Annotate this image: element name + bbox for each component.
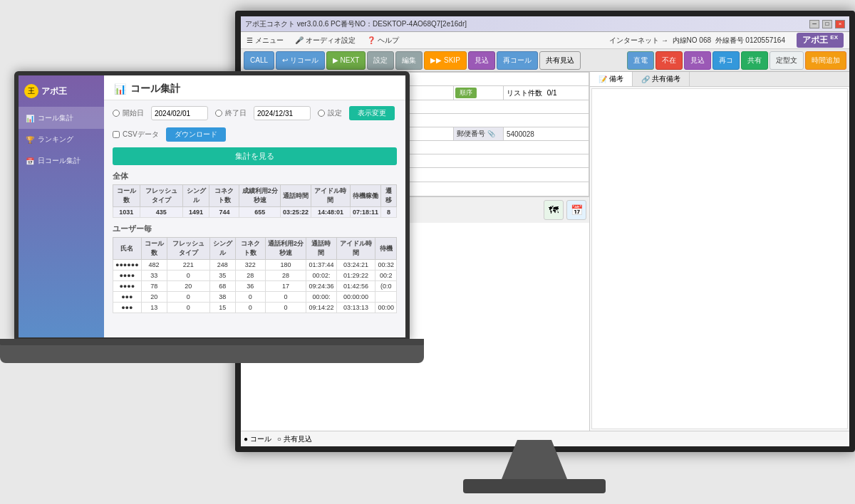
settings-radio[interactable] bbox=[318, 110, 325, 117]
total-fresh: 435 bbox=[140, 207, 182, 218]
end-date-input[interactable] bbox=[254, 106, 311, 120]
recalll-button[interactable]: 再コ bbox=[712, 51, 740, 70]
app-logo: アポ王 EX bbox=[797, 33, 844, 48]
user-stats-table: 氏名 コール数 フレッシュタイプ シングル コネクト数 通話利用2分秒速 通話時… bbox=[113, 237, 397, 313]
maximize-button[interactable]: □ bbox=[822, 20, 832, 28]
end-date-radio[interactable] bbox=[215, 110, 222, 117]
minimize-button[interactable]: ─ bbox=[809, 20, 819, 28]
tab-share-memo[interactable]: 🔗 共有備考 bbox=[633, 72, 690, 86]
menu-item-audio[interactable]: 🎤 オーディオ設定 bbox=[295, 36, 356, 46]
laptop-base bbox=[0, 345, 424, 363]
monitor-base bbox=[463, 479, 606, 493]
sidebar-item-ranking[interactable]: 🏆 ランキング bbox=[19, 129, 104, 150]
map-icons: 🗺 📅 bbox=[544, 200, 586, 220]
logo-text: アポ王 bbox=[41, 85, 67, 98]
col-user-calls: コール数 bbox=[141, 238, 167, 260]
mirul-button[interactable]: 見込 bbox=[684, 51, 711, 70]
col-user-fresh: フレッシュタイプ bbox=[167, 238, 209, 260]
aggregate-button[interactable]: 集計を見る bbox=[113, 147, 397, 165]
col-standby: 待機稼働 bbox=[350, 185, 380, 207]
col-call-time: 通話時間 bbox=[280, 185, 311, 207]
start-date-radio[interactable] bbox=[113, 110, 120, 117]
laptop-app: 王 アポ王 📊 コール集計 🏆 ランキング 📅 日コール集計 bbox=[19, 75, 405, 337]
google-maps-icon[interactable]: 🗺 bbox=[544, 200, 564, 220]
recall-icon-button[interactable]: ↩ リコール bbox=[276, 51, 325, 70]
absent-button[interactable]: 不在 bbox=[656, 51, 683, 70]
miru-button[interactable]: 見込 bbox=[468, 51, 495, 70]
sharel-button[interactable]: 共有 bbox=[741, 51, 768, 70]
logo-icon: 王 bbox=[24, 84, 38, 98]
share-memo-icon: 🔗 bbox=[641, 75, 650, 83]
template-button[interactable]: 定型文 bbox=[770, 51, 804, 70]
menu-bar: ☰ メニュー 🎤 オーディオ設定 ❓ ヘルプ インターネット → 内線NO 06… bbox=[241, 32, 849, 49]
skip-button[interactable]: ▶▶ SKIP bbox=[424, 51, 467, 70]
col-user-result2: 通話利用2分秒速 bbox=[265, 238, 306, 260]
section-all-title: 全体 bbox=[113, 171, 397, 182]
tab-memo[interactable]: 📝 備考 bbox=[590, 72, 633, 86]
user-stats-body: ●●●●●●48222124832218001:37:4403:24:2100:… bbox=[113, 260, 397, 313]
user-row-3: ●●●200380000:00:00:00:00 bbox=[113, 292, 397, 303]
display-change-button[interactable]: 表示変更 bbox=[349, 106, 395, 120]
help-icon: ❓ bbox=[367, 36, 375, 44]
user-stats-header-row: 氏名 コール数 フレッシュタイプ シングル コネクト数 通話利用2分秒速 通話時… bbox=[113, 238, 397, 260]
total-result2: 655 bbox=[239, 207, 280, 218]
menu-item-help[interactable]: ❓ ヘルプ bbox=[367, 36, 399, 46]
sidebar-item-call-summary[interactable]: 📊 コール集計 bbox=[19, 107, 104, 129]
next-button[interactable]: ▶ NEXT bbox=[326, 51, 366, 70]
sort-button[interactable]: 順序 bbox=[455, 88, 477, 98]
total-connect: 744 bbox=[209, 207, 239, 218]
laptop-content: 開始日 終了日 設定 表示変更 bbox=[104, 100, 405, 337]
col-user-connect: コネクト数 bbox=[235, 238, 265, 260]
set-button[interactable]: 設定 bbox=[367, 51, 394, 70]
laptop-main: 📊 コール集計 開始日 終了日 bbox=[104, 75, 405, 337]
page-title-icon: 📊 bbox=[114, 83, 126, 95]
col-user-name: 氏名 bbox=[113, 238, 142, 260]
download-button[interactable]: ダウンロード bbox=[166, 127, 226, 142]
mic-icon: 🎤 bbox=[295, 36, 304, 44]
section-user-title: ユーザー毎 bbox=[113, 224, 397, 234]
col-user-idle: アイドル時間 bbox=[336, 238, 375, 260]
start-date-input[interactable] bbox=[151, 106, 208, 120]
call-log-label: ● コール bbox=[244, 434, 271, 444]
chart-icon: 📊 bbox=[26, 115, 34, 122]
ranking-icon: 🏆 bbox=[26, 136, 34, 144]
internet-status: インターネット → 内線NO 068 外線番号 0120557164 bbox=[609, 36, 785, 46]
total-transition: 8 bbox=[380, 207, 396, 218]
col-transition: 遷移 bbox=[380, 185, 396, 207]
calendar-icon2: 📅 bbox=[26, 157, 34, 165]
notes-content[interactable] bbox=[591, 88, 848, 429]
close-button[interactable]: × bbox=[835, 20, 845, 28]
laptop: 王 アポ王 📊 コール集計 🏆 ランキング 📅 日コール集計 bbox=[0, 71, 420, 427]
title-bar-controls: ─ □ × bbox=[809, 20, 845, 28]
call-button[interactable]: CALL bbox=[244, 51, 274, 70]
settings-filter: 設定 bbox=[318, 108, 342, 118]
title-bar: アポ王コネクト ver3.0.0.6 PC番号NO：DESKTOP-4AO68Q… bbox=[241, 16, 849, 32]
menu-icon: ☰ bbox=[247, 36, 253, 44]
laptop-screen: 王 アポ王 📊 コール集計 🏆 ランキング 📅 日コール集計 bbox=[14, 71, 410, 342]
filter-row: 開始日 終了日 設定 表示変更 bbox=[113, 106, 397, 142]
end-date-filter: 終了日 bbox=[215, 108, 247, 118]
total-single: 1491 bbox=[182, 207, 209, 218]
toolbar: CALL ↩ リコール ▶ NEXT 設定 編集 ▶▶ SKIP 見込 再コール… bbox=[241, 49, 849, 72]
col-user-single: シングル bbox=[209, 238, 235, 260]
direct-button[interactable]: 直電 bbox=[627, 51, 654, 70]
postal-label: 郵便番号 📎 bbox=[454, 127, 504, 141]
user-row-4: ●●●130150009:14:2203:13:1300:00 bbox=[113, 303, 397, 313]
col-fresh: フレッシュタイプ bbox=[140, 185, 182, 207]
edit-button[interactable]: 編集 bbox=[395, 51, 423, 70]
col-single: シングル bbox=[182, 185, 209, 207]
calendar-icon[interactable]: 📅 bbox=[566, 200, 586, 220]
list-count-label: リスト件数 bbox=[507, 89, 542, 97]
postal-value: 5400028 bbox=[504, 127, 589, 141]
all-stats-header-row: コール数 フレッシュタイプ シングル コネクト数 成績利用2分秒速 通話時間 ア… bbox=[113, 185, 397, 207]
sidebar-item-daily-summary[interactable]: 📅 日コール集計 bbox=[19, 150, 104, 172]
laptop-sidebar: 王 アポ王 📊 コール集計 🏆 ランキング 📅 日コール集計 bbox=[19, 75, 104, 337]
menu-item-menu[interactable]: ☰ メニュー bbox=[247, 36, 284, 46]
csv-checkbox[interactable] bbox=[113, 131, 120, 138]
time-add-button[interactable]: 時間追加 bbox=[805, 51, 846, 70]
total-calls: 1031 bbox=[113, 207, 140, 218]
user-row-0: ●●●●●●48222124832218001:37:4403:24:2100:… bbox=[113, 260, 397, 271]
total-call-time: 03:25:22 bbox=[280, 207, 311, 218]
recallbtn-button[interactable]: 再コール bbox=[497, 51, 538, 70]
share-button[interactable]: 共有見込 bbox=[539, 51, 581, 70]
